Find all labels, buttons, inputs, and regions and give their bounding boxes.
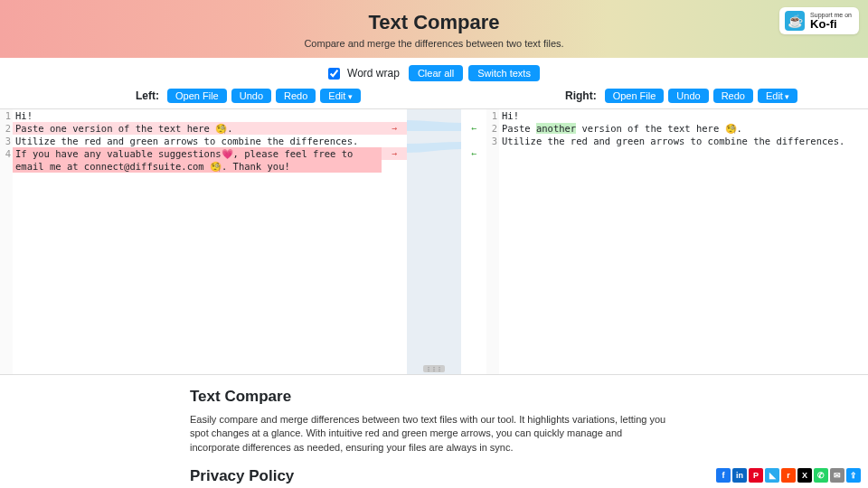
code-line[interactable]: Utilize the red and green arrows to comb… bbox=[13, 135, 382, 147]
code-line[interactable]: Hi! bbox=[13, 109, 382, 122]
diff-connector-shape bbox=[407, 120, 461, 153]
share-icon[interactable]: P bbox=[749, 468, 763, 483]
right-edit-dropdown[interactable]: Edit bbox=[758, 89, 797, 103]
right-merge-gutter: ←← bbox=[461, 109, 486, 374]
wordwrap-label[interactable]: Word wrap bbox=[347, 67, 400, 80]
share-icon[interactable]: ✆ bbox=[814, 468, 828, 483]
code-line[interactable]: Hi! bbox=[499, 109, 868, 122]
share-icon[interactable]: ◣ bbox=[765, 468, 779, 483]
left-merge-gutter: →→ bbox=[382, 109, 407, 374]
merge-arrow-left-icon[interactable]: ← bbox=[461, 122, 486, 135]
merge-arrow-right-icon[interactable]: → bbox=[382, 122, 407, 135]
section-heading-compare: Text Compare bbox=[190, 388, 669, 406]
page-subtitle: Compare and merge the differences betwee… bbox=[0, 38, 868, 49]
share-row: finP◣rX✆✉⇪ bbox=[716, 468, 861, 483]
right-label: Right: bbox=[565, 89, 597, 102]
left-edit-dropdown[interactable]: Edit bbox=[320, 89, 360, 103]
left-open-file-button[interactable]: Open File bbox=[167, 89, 227, 103]
section-heading-privacy: Privacy Policy bbox=[190, 467, 669, 485]
code-line[interactable]: Utilize the red and green arrows to comb… bbox=[499, 135, 868, 147]
diff-word: another bbox=[536, 123, 576, 134]
left-line-numbers: 1234 bbox=[0, 109, 13, 374]
share-icon[interactable]: r bbox=[781, 468, 796, 483]
diff-area: 1234 Hi!Paste one version of the text he… bbox=[0, 108, 868, 375]
right-open-file-button[interactable]: Open File bbox=[605, 89, 665, 103]
right-code[interactable]: Hi!Paste another version of the text her… bbox=[499, 109, 868, 374]
left-code[interactable]: Hi!Paste one version of the text here 🧐.… bbox=[13, 109, 382, 374]
switch-texts-button[interactable]: Switch texts bbox=[468, 65, 540, 81]
left-undo-button[interactable]: Undo bbox=[231, 89, 271, 103]
global-controls: Word wrap Clear all Switch texts bbox=[0, 58, 868, 87]
right-redo-button[interactable]: Redo bbox=[713, 89, 753, 103]
info-section: Text Compare Easily compare and merge di… bbox=[0, 375, 669, 488]
code-line[interactable]: If you have any valuable suggestions💗, p… bbox=[13, 147, 382, 173]
clear-all-button[interactable]: Clear all bbox=[409, 65, 463, 81]
kofi-badge[interactable]: ☕ Support me on Ko-fi bbox=[779, 7, 859, 34]
code-line[interactable]: Paste another version of the text here 🧐… bbox=[499, 122, 868, 135]
section-text-compare: Easily compare and merge differences bet… bbox=[190, 413, 669, 455]
share-icon[interactable]: ✉ bbox=[830, 468, 844, 483]
share-icon[interactable]: X bbox=[797, 468, 812, 483]
merge-arrow-left-icon[interactable]: ← bbox=[461, 147, 486, 160]
kofi-big-text: Ko-fi bbox=[810, 18, 852, 30]
right-line-numbers: 123 bbox=[486, 109, 499, 374]
share-icon[interactable]: ⇪ bbox=[846, 468, 861, 483]
right-undo-button[interactable]: Undo bbox=[668, 89, 708, 103]
merge-arrow-right-icon[interactable]: → bbox=[382, 147, 407, 160]
share-icon[interactable]: f bbox=[716, 468, 731, 483]
kofi-cup-icon: ☕ bbox=[785, 11, 805, 31]
resize-handle-icon[interactable]: ⋮⋮⋮ bbox=[423, 365, 445, 372]
right-pane[interactable]: ←← 123 Hi!Paste another version of the t… bbox=[461, 109, 868, 374]
left-label: Left: bbox=[136, 89, 159, 102]
code-line[interactable]: Paste one version of the text here 🧐. bbox=[13, 122, 382, 135]
page-title: Text Compare bbox=[0, 11, 868, 34]
header: ☕ Support me on Ko-fi Text Compare Compa… bbox=[0, 0, 868, 58]
pane-toolbars: Left: Open File Undo Redo Edit Right: Op… bbox=[0, 87, 868, 108]
left-pane[interactable]: 1234 Hi!Paste one version of the text he… bbox=[0, 109, 407, 374]
wordwrap-checkbox[interactable] bbox=[328, 68, 340, 80]
left-redo-button[interactable]: Redo bbox=[276, 89, 316, 103]
center-divider[interactable]: ⋮⋮⋮ bbox=[407, 109, 461, 374]
share-icon[interactable]: in bbox=[732, 468, 747, 483]
